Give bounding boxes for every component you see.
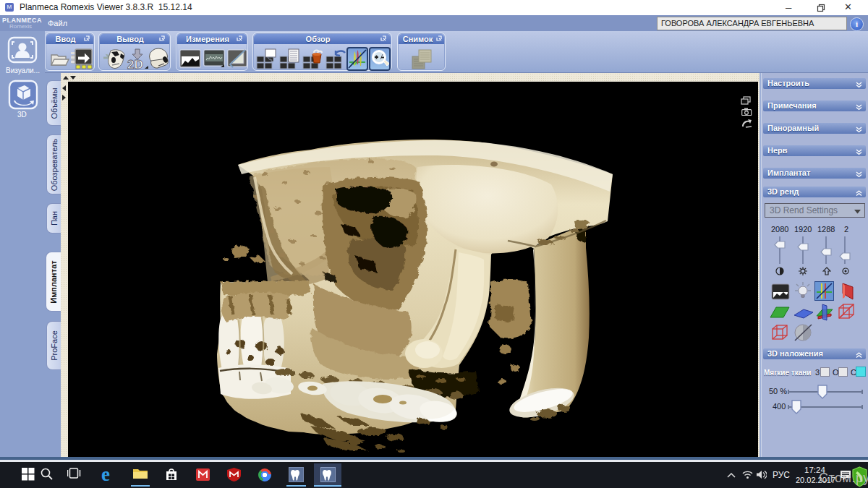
- svg-text:2D: 2D: [127, 58, 143, 71]
